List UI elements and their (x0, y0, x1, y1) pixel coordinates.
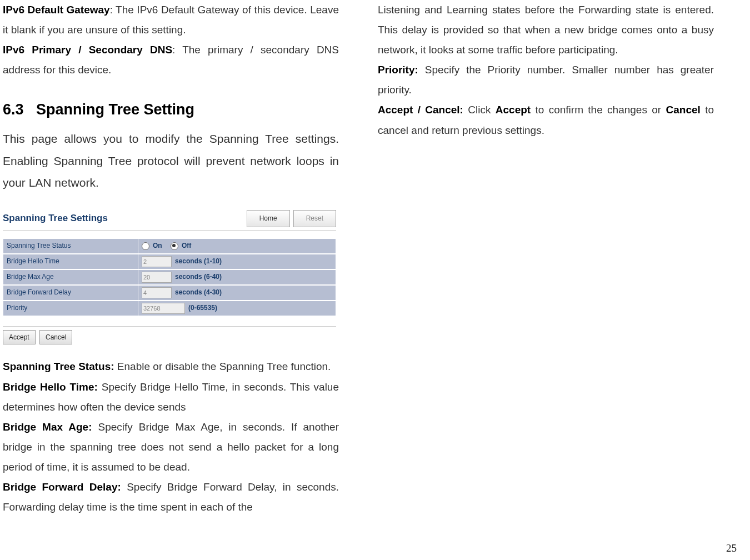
label-hello: Bridge Hello Time: (3, 381, 98, 393)
section-intro: This page allows you to modify the Spann… (3, 128, 339, 194)
row-priority: Priority (0-65535) (3, 301, 336, 316)
embedded-screenshot: Spanning Tree Settings Home Reset Spanni… (3, 209, 336, 344)
text-ac-1: Click (463, 104, 496, 116)
shot-table: Spanning Tree Status On Off Bridge Hello… (3, 238, 336, 316)
row-priority-label: Priority (3, 301, 138, 316)
tab-home[interactable]: Home (247, 210, 290, 227)
button-cancel[interactable]: Cancel (39, 330, 72, 345)
para-ipv6-dns: IPv6 Primary / Secondary DNS: The primar… (3, 40, 339, 80)
row-maxage: Bridge Max Age seconds (6-40) (3, 269, 336, 285)
row-fwd-label: Bridge Forward Delay (3, 286, 138, 300)
text-ac-2: to confirm the changes or (531, 104, 666, 116)
input-priority[interactable] (142, 303, 185, 314)
shot-header: Spanning Tree Settings Home Reset (3, 209, 336, 230)
radio-on-label: On (153, 239, 162, 252)
label-status: Spanning Tree Status: (3, 361, 114, 372)
para-listening: Listening and Learning states before the… (378, 0, 714, 60)
row-fwd-value: seconds (4-30) (138, 286, 336, 300)
bold-cancel: Cancel (666, 104, 701, 116)
section-title: Spanning Tree Setting (36, 101, 194, 118)
row-hello-value: seconds (1-10) (138, 254, 336, 269)
para-status: Spanning Tree Status: Enable or disable … (3, 357, 339, 377)
hint-maxage: seconds (6-40) (175, 271, 222, 283)
para-maxage: Bridge Max Age: Specify Bridge Max Age, … (3, 417, 339, 477)
row-hello: Bridge Hello Time seconds (1-10) (3, 254, 336, 269)
hint-fwd: seconds (4-30) (175, 286, 222, 299)
text-priority: Specify the Priority number. Smaller num… (378, 64, 714, 96)
radio-off-label: Off (182, 239, 191, 252)
label-ipv6-dns: IPv6 Primary / Secondary DNS (3, 44, 172, 56)
bold-accept: Accept (496, 104, 531, 116)
button-accept[interactable]: Accept (3, 330, 36, 345)
row-status: Spanning Tree Status On Off (3, 238, 336, 254)
row-maxage-value: seconds (6-40) (138, 270, 336, 284)
row-status-value: On Off (138, 239, 336, 253)
section-number: 6.3 (3, 101, 24, 118)
shot-buttons: Accept Cancel (3, 326, 336, 345)
label-priority: Priority: (378, 64, 418, 76)
input-maxage[interactable] (142, 272, 172, 283)
section-heading: 6.3 Spanning Tree Setting (3, 96, 339, 124)
row-fwd: Bridge Forward Delay seconds (4-30) (3, 285, 336, 301)
page-number: 25 (726, 542, 737, 554)
label-maxage: Bridge Max Age: (3, 421, 92, 433)
row-hello-label: Bridge Hello Time (3, 254, 138, 269)
row-priority-value: (0-65535) (138, 301, 336, 316)
radio-on[interactable] (142, 242, 149, 250)
radio-off[interactable] (171, 242, 178, 250)
shot-title: Spanning Tree Settings (3, 209, 108, 227)
tab-reset[interactable]: Reset (293, 210, 336, 227)
para-ipv6-gateway: IPv6 Default Gateway: The IPv6 Default G… (3, 0, 339, 40)
text-status: Enable or disable the Spanning Tree func… (114, 361, 331, 372)
para-accept-cancel: Accept / Cancel: Click Accept to confirm… (378, 100, 714, 140)
row-status-label: Spanning Tree Status (3, 239, 138, 253)
hint-hello: seconds (1-10) (175, 255, 222, 268)
para-hello: Bridge Hello Time: Specify Bridge Hello … (3, 377, 339, 417)
hint-priority: (0-65535) (188, 302, 217, 314)
input-fwd[interactable] (142, 287, 172, 298)
label-fwd: Bridge Forward Delay: (3, 481, 121, 493)
para-priority: Priority: Specify the Priority number. S… (378, 60, 714, 100)
label-accept-cancel: Accept / Cancel: (378, 104, 463, 116)
shot-tabs: Home Reset (247, 210, 336, 227)
para-fwd: Bridge Forward Delay: Specify Bridge For… (3, 477, 339, 517)
row-maxage-label: Bridge Max Age (3, 270, 138, 284)
input-hello[interactable] (142, 256, 172, 267)
label-ipv6-gateway: IPv6 Default Gateway (3, 4, 110, 16)
